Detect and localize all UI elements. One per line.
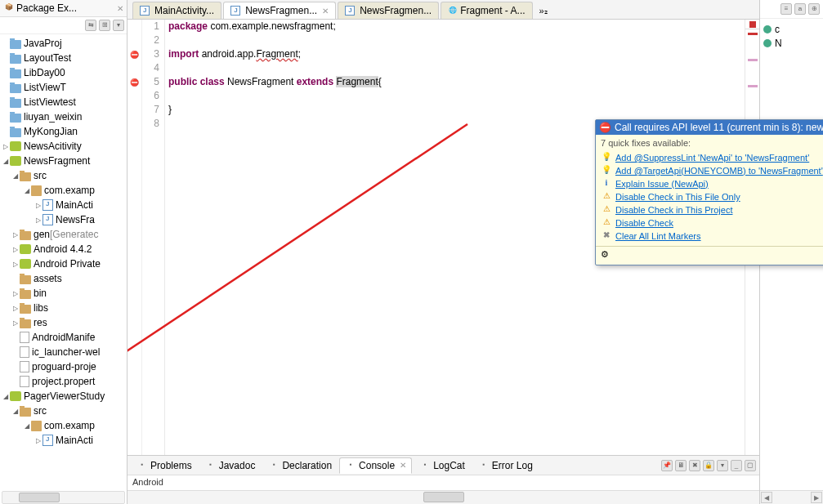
- tree-item[interactable]: project.propert: [0, 374, 127, 389]
- tree-expander-icon[interactable]: ▷: [11, 305, 20, 312]
- tree-item[interactable]: ListViewtest: [0, 95, 127, 109]
- tab-close-icon[interactable]: ✕: [400, 461, 406, 470]
- tree-item[interactable]: AndroidManife: [0, 330, 127, 345]
- quickfix-item[interactable]: iExplain Issue (NewApi): [601, 177, 823, 190]
- editor-tab[interactable]: 🌐Fragment - A...: [441, 2, 532, 19]
- console-scroll-lock-icon[interactable]: 🔒: [703, 460, 714, 471]
- tree-item[interactable]: ▷libs: [0, 301, 127, 315]
- view-menu-icon[interactable]: ▾: [113, 20, 124, 31]
- tree-expander-icon[interactable]: ▷: [2, 143, 10, 150]
- quickfix-link[interactable]: Disable Check: [615, 218, 673, 228]
- tree-item[interactable]: LibDay00: [0, 65, 127, 80]
- code-line[interactable]: package com.example.newsfragment;: [168, 20, 745, 33]
- project-tree[interactable]: JavaProjLayoutTestLibDay00ListViewTListV…: [0, 34, 127, 504]
- tree-expander-icon[interactable]: ▷: [34, 216, 42, 224]
- tree-item[interactable]: ▷NewsFra: [0, 212, 127, 227]
- tree-item[interactable]: ▷NewsAcitivity: [0, 139, 127, 154]
- tab-close-icon[interactable]: ✕: [322, 7, 329, 16]
- tree-item[interactable]: ◢PagerViewerStudy: [0, 389, 127, 404]
- tree-item[interactable]: liuyan_weixin: [0, 109, 127, 124]
- gutter[interactable]: ⛔⛔: [127, 20, 142, 490]
- quickfix-link[interactable]: Disable Check in This Project: [615, 205, 732, 215]
- quickfix-item[interactable]: ⚠Disable Check in This File Only: [601, 190, 823, 203]
- console-open-icon[interactable]: ▾: [717, 460, 728, 471]
- editor-tab[interactable]: MainActivity...: [132, 2, 221, 19]
- tree-item[interactable]: JavaProj: [0, 36, 127, 51]
- overview-warn-mark[interactable]: [748, 59, 758, 61]
- bottom-tab-logcat[interactable]: ▪LogCat: [414, 457, 471, 474]
- tree-expander-icon[interactable]: ◢: [2, 393, 10, 400]
- error-marker-icon[interactable]: ⛔: [127, 47, 141, 61]
- scroll-right-icon[interactable]: ▶: [811, 492, 822, 503]
- tree-item[interactable]: ic_launcher-wel: [0, 345, 127, 359]
- tree-item[interactable]: ▷Android Private: [0, 256, 127, 271]
- tree-item[interactable]: ▷bin: [0, 286, 127, 301]
- editor-tab[interactable]: NewsFragmen...: [338, 2, 439, 19]
- tree-expander-icon[interactable]: ▷: [34, 437, 42, 444]
- quickfix-item[interactable]: ⚠Disable Check: [601, 216, 823, 230]
- package-explorer-close-icon[interactable]: ✕: [117, 4, 123, 13]
- code-line[interactable]: public class NewsFragment extends Fragme…: [168, 75, 745, 89]
- tree-item[interactable]: ListViewT: [0, 80, 127, 95]
- bottom-tab-problems[interactable]: ▪Problems: [131, 457, 198, 474]
- tree-horizontal-scrollbar[interactable]: [2, 491, 125, 504]
- outline-horizontal-scrollbar[interactable]: ◀ ▶: [760, 490, 823, 504]
- tree-item[interactable]: assets: [0, 271, 127, 286]
- tree-item[interactable]: ▷MainActi: [0, 198, 127, 212]
- tree-expander-icon[interactable]: ◢: [2, 158, 10, 165]
- tree-item[interactable]: ◢src: [0, 404, 127, 418]
- quickfix-item[interactable]: 💡Add @SuppressLint 'NewApi' to 'NewsFrag…: [601, 151, 823, 164]
- link-editor-icon[interactable]: ⊞: [99, 20, 110, 31]
- console-display-icon[interactable]: 🖥: [675, 460, 687, 471]
- tree-item[interactable]: MyKongJian: [0, 124, 127, 139]
- bottom-tab-error-log[interactable]: ▪Error Log: [472, 457, 539, 474]
- tree-item[interactable]: ▷MainActi: [0, 433, 127, 448]
- tree-item[interactable]: ◢NewsFragment: [0, 154, 127, 168]
- tree-expander-icon[interactable]: ◢: [11, 408, 20, 415]
- quickfix-link[interactable]: Add @TargetApi(HONEYCOMB) to 'NewsFragme…: [615, 166, 823, 176]
- collapse-all-icon[interactable]: ⇆: [85, 20, 96, 31]
- bottom-tab-javadoc[interactable]: ▪Javadoc: [199, 457, 262, 474]
- tree-expander-icon[interactable]: ▷: [11, 290, 20, 297]
- outline-item[interactable]: c: [763, 24, 820, 35]
- tree-item[interactable]: LayoutTest: [0, 51, 127, 65]
- outline-sort-icon[interactable]: a: [794, 3, 806, 15]
- console-clear-icon[interactable]: ✖: [689, 460, 700, 471]
- tree-expander-icon[interactable]: ▷: [11, 261, 20, 268]
- quickfix-link[interactable]: Clear All Lint Markers: [615, 231, 701, 241]
- quickfix-link[interactable]: Disable Check in This File Only: [615, 192, 740, 202]
- bottom-horizontal-scrollbar[interactable]: [127, 490, 759, 504]
- tree-item[interactable]: ◢src: [0, 168, 127, 183]
- tree-expander-icon[interactable]: ◢: [23, 422, 31, 430]
- error-summary-icon[interactable]: [749, 21, 756, 28]
- code-line[interactable]: [168, 33, 745, 47]
- quickfix-item[interactable]: ⚠Disable Check in This Project: [601, 203, 823, 216]
- console-max-icon[interactable]: ▢: [745, 460, 756, 471]
- overview-error-mark[interactable]: [748, 33, 758, 35]
- tree-expander-icon[interactable]: ◢: [23, 187, 31, 194]
- quickfix-item[interactable]: ✖Clear All Lint Markers: [601, 230, 823, 243]
- outline-filter-icon[interactable]: ⊕: [808, 3, 820, 15]
- tree-item[interactable]: ◢com.examp: [0, 183, 127, 198]
- quickfix-link[interactable]: Add @SuppressLint 'NewApi' to 'NewsFragm…: [615, 153, 809, 163]
- tree-item[interactable]: ▷res: [0, 315, 127, 330]
- more-tabs-button[interactable]: »₂: [535, 3, 552, 19]
- tree-expander-icon[interactable]: ▷: [11, 246, 20, 253]
- tree-expander-icon[interactable]: ▷: [11, 231, 20, 239]
- quickfix-link[interactable]: Explain Issue (NewApi): [615, 179, 709, 189]
- popup-config-icon[interactable]: ⚙: [601, 249, 614, 262]
- overview-warn-mark[interactable]: [748, 85, 758, 87]
- quickfix-item[interactable]: 💡Add @TargetApi(HONEYCOMB) to 'NewsFragm…: [601, 164, 823, 177]
- tree-item[interactable]: ◢com.examp: [0, 418, 127, 433]
- outline-item[interactable]: N: [763, 38, 820, 49]
- code-line[interactable]: import android.app.Fragment;: [168, 47, 745, 61]
- bottom-tab-console[interactable]: ▪Console✕: [339, 457, 412, 474]
- tree-expander-icon[interactable]: ◢: [11, 172, 20, 180]
- tree-expander-icon[interactable]: ▷: [34, 202, 42, 209]
- scroll-left-icon[interactable]: ◀: [761, 492, 772, 503]
- tree-item[interactable]: ▷gen [Generatec: [0, 227, 127, 242]
- tree-item[interactable]: ▷Android 4.4.2: [0, 242, 127, 256]
- code-line[interactable]: }: [168, 103, 745, 117]
- tree-expander-icon[interactable]: ▷: [11, 319, 20, 327]
- console-pin-icon[interactable]: 📌: [661, 460, 673, 471]
